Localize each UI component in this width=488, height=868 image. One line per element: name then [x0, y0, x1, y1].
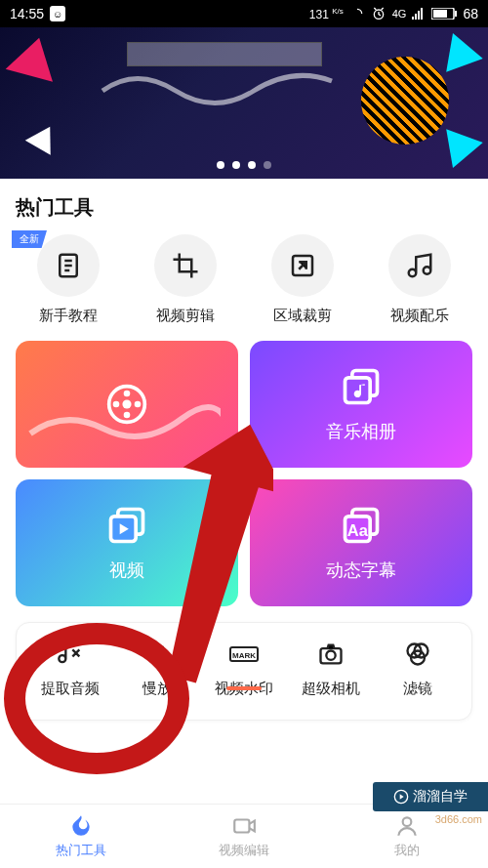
status-battery: 68 [463, 6, 478, 21]
svg-rect-2 [433, 10, 447, 18]
status-netspeed: 131 K/s [309, 7, 344, 21]
nav-video-edit[interactable]: 视频编辑 [163, 805, 326, 868]
feature-cards: 音乐相册 视频 Aa 动态字幕 [0, 341, 488, 606]
battery-icon [431, 8, 457, 20]
watermark-url: 3d66.com [435, 813, 482, 825]
music-icon [405, 251, 434, 280]
tool-extract-audio[interactable]: 提取音频 [26, 641, 113, 698]
play-stack-icon [105, 504, 148, 547]
tool-row: 提取音频 慢放 MARK 视频水印 超级相机 滤镜 [16, 622, 472, 721]
active-indicator [226, 686, 262, 690]
expand-icon [288, 251, 317, 280]
flame-icon [68, 813, 94, 839]
banner-carousel[interactable] [0, 27, 488, 179]
svg-point-22 [327, 651, 336, 660]
tool-grid: 全新 新手教程 视频剪辑 区域裁剪 视频配乐 [16, 234, 472, 325]
status-bar: 14:55 ☺ 131 K/s 4G 68 [0, 0, 488, 27]
tool-watermark[interactable]: MARK 视频水印 [200, 641, 287, 698]
badge-new: 全新 [12, 230, 47, 248]
card-music-album[interactable]: 音乐相册 [250, 341, 472, 468]
tool-label: 视频剪辑 [156, 307, 215, 325]
tool-label: 新手教程 [39, 307, 98, 325]
nav-hot-tools[interactable]: 热门工具 [0, 805, 163, 868]
row-label: 超级相机 [302, 680, 360, 698]
person-icon [394, 813, 420, 839]
bottom-nav: 热门工具 视频编辑 我的 [0, 804, 488, 868]
tool-slowmo[interactable]: 慢放 [113, 641, 200, 698]
svg-text:Aa: Aa [347, 521, 369, 539]
status-signal: 4G [392, 8, 407, 20]
filter-icon [404, 641, 431, 668]
status-time: 14:55 [10, 6, 44, 21]
card-video-play[interactable]: 视频 [16, 479, 238, 606]
music-stack-icon [340, 365, 383, 408]
watermark-badge: 溜溜自学 [373, 782, 488, 811]
row-label: 提取音频 [41, 680, 100, 698]
card-video[interactable] [16, 341, 238, 468]
svg-point-8 [124, 391, 131, 397]
svg-rect-13 [346, 378, 371, 403]
card-subtitles[interactable]: Aa 动态字幕 [250, 479, 472, 606]
alarm-icon [371, 6, 386, 21]
svg-rect-27 [234, 820, 249, 833]
tool-video-clip[interactable]: 视频剪辑 [133, 234, 238, 325]
tool-label: 视频配乐 [390, 307, 449, 325]
signal-bars-icon [412, 8, 426, 20]
tool-camera[interactable]: 超级相机 [288, 641, 375, 698]
video-icon [231, 813, 257, 839]
notification-icon: ☺ [50, 6, 65, 21]
nav-label: 我的 [394, 842, 420, 859]
section-title: 热门工具 [16, 194, 472, 221]
nav-label: 热门工具 [56, 842, 106, 859]
tool-tutorial[interactable]: 全新 新手教程 [16, 234, 121, 325]
camera-icon [317, 641, 345, 668]
extract-audio-icon [57, 641, 84, 668]
doc-icon [54, 251, 83, 280]
card-label: 动态字幕 [326, 558, 396, 582]
aa-stack-icon: Aa [340, 504, 383, 547]
tool-label: 区域裁剪 [273, 307, 332, 325]
svg-text:MARK: MARK [232, 651, 256, 660]
crop-icon [171, 251, 200, 280]
tool-video-music[interactable]: 视频配乐 [367, 234, 472, 325]
vibrate-icon [349, 6, 365, 21]
row-label: 滤镜 [403, 680, 432, 698]
svg-rect-3 [455, 11, 457, 17]
tool-area-crop[interactable]: 区域裁剪 [250, 234, 355, 325]
tool-filter[interactable]: 滤镜 [375, 641, 462, 698]
row-label: 慢放 [142, 680, 172, 698]
svg-point-28 [402, 817, 411, 826]
watermark-icon: MARK [228, 641, 260, 668]
carousel-dots [0, 161, 488, 169]
card-label: 音乐相册 [326, 420, 396, 443]
nav-label: 视频编辑 [219, 842, 269, 859]
slowmo-icon [143, 641, 171, 668]
card-label: 视频 [109, 558, 144, 582]
